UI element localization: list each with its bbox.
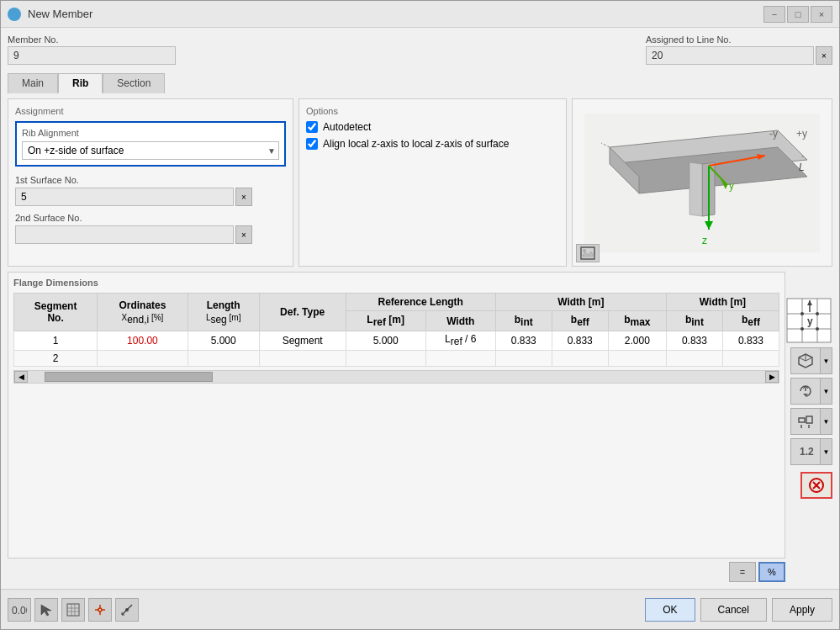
col-beff1: beff <box>552 311 608 331</box>
align-z-row: Align local z-axis to local z-axis of su… <box>306 138 559 150</box>
bottom-left-icons: 0.00 <box>8 598 139 622</box>
flange-table-container: SegmentNo. OrdinatesXend,i [%] LengthLse… <box>13 293 779 367</box>
coord-icon: 0.00 <box>12 604 27 616</box>
surface2-row: × <box>15 225 286 244</box>
align-z-checkbox[interactable] <box>306 138 318 150</box>
diagram-image-button[interactable] <box>576 244 600 262</box>
surface1-input[interactable] <box>15 188 234 206</box>
bottom-bar: 0.00 <box>1 589 839 629</box>
cell-beff1-2 <box>552 350 608 366</box>
cell-lref-2 <box>346 350 425 366</box>
flange-table: SegmentNo. OrdinatesXend,i [%] LengthLse… <box>13 293 779 367</box>
col-width-m: Width [m] <box>495 294 666 311</box>
view-label-dropdown-arrow[interactable]: ▼ <box>821 438 832 465</box>
tool-buttons-row: = % <box>8 562 785 582</box>
view-rotate-dropdown-arrow[interactable]: ▼ <box>821 378 832 405</box>
flange-section: Flange Dimensions SegmentNo. OrdinatesXe… <box>8 272 785 559</box>
scroll-thumb[interactable] <box>45 372 213 382</box>
snap-button[interactable] <box>88 598 112 622</box>
col-ref-length: Reference Length <box>346 294 495 311</box>
view-3d-button-group: ▼ <box>790 347 832 374</box>
assigned-label: Assigned to Line No. <box>646 34 832 45</box>
member-no-label: Member No. <box>8 34 176 45</box>
cell-bmax: 2.000 <box>608 331 666 350</box>
svg-text:+y: +y <box>796 128 807 140</box>
view-3d-button[interactable] <box>790 347 821 374</box>
pointer-button[interactable] <box>34 598 58 622</box>
svg-text:L: L <box>799 161 805 173</box>
tab-rib[interactable]: Rib <box>58 73 103 93</box>
rib-alignment-dropdown[interactable]: On +z-side of surface On -z-side of surf… <box>22 141 279 160</box>
view-3d-dropdown-arrow[interactable]: ▼ <box>821 347 832 374</box>
assigned-group: Assigned to Line No. × <box>646 34 832 65</box>
view-zoom-button[interactable] <box>790 408 821 435</box>
cell-seg-no: 1 <box>14 331 98 350</box>
title-bar: New Member − □ × <box>1 1 839 28</box>
svg-point-31 <box>816 312 819 315</box>
surface2-clear-button[interactable]: × <box>235 225 252 244</box>
view-label-button-group: 1.2.3 ▼ <box>790 438 832 465</box>
percent-button[interactable]: % <box>758 562 785 582</box>
tab-section[interactable]: Section <box>103 73 165 93</box>
coord-button[interactable]: 0.00 <box>8 598 31 622</box>
cell-bint2-2 <box>666 350 722 366</box>
reset-icon <box>806 475 827 495</box>
svg-rect-43 <box>806 416 812 423</box>
scroll-right-arrow[interactable]: ▶ <box>765 371 779 383</box>
surface1-label: 1st Surface No. <box>15 175 286 185</box>
assignment-panel: Assignment Rib Alignment On +z-side of s… <box>8 98 293 267</box>
col-def-type: Def. Type <box>259 294 346 331</box>
view-zoom-button-group: ▼ <box>790 408 832 435</box>
svg-point-32 <box>800 327 804 331</box>
window-icon <box>8 8 21 21</box>
tab-main[interactable]: Main <box>8 73 58 93</box>
cell-beff1: 0.833 <box>552 331 608 350</box>
member-no-input[interactable] <box>8 46 176 65</box>
right-controls-panel: y <box>790 272 832 582</box>
svg-marker-21 <box>581 251 594 257</box>
upper-panels: Assignment Rib Alignment On +z-side of s… <box>8 98 832 267</box>
cell-seg-no-2: 2 <box>14 350 98 366</box>
dialog-content: Member No. Assigned to Line No. × Main R… <box>1 28 839 589</box>
scroll-left-arrow[interactable]: ◀ <box>14 371 28 383</box>
view-rotate-button[interactable] <box>790 378 821 405</box>
rib-alignment-label: Rib Alignment <box>22 128 279 138</box>
svg-marker-5 <box>689 162 702 216</box>
table-row: 1 100.00 5.000 Segment 5.000 Lref / 6 0.… <box>14 331 779 350</box>
svg-marker-51 <box>41 605 51 616</box>
svg-text:0.00: 0.00 <box>12 605 27 616</box>
view-label-button[interactable]: 1.2.3 <box>790 438 821 465</box>
assigned-clear-button[interactable]: × <box>816 46 832 65</box>
measure-button[interactable] <box>115 598 139 622</box>
top-row: Member No. Assigned to Line No. × <box>8 34 832 65</box>
cell-bint1: 0.833 <box>495 331 552 350</box>
svg-rect-42 <box>799 418 805 422</box>
surface2-input[interactable] <box>15 225 234 244</box>
equals-button[interactable]: = <box>729 562 756 582</box>
grid-toggle-button[interactable] <box>61 598 85 622</box>
svg-text:y: y <box>807 315 813 327</box>
view-zoom-dropdown-arrow[interactable]: ▼ <box>821 408 832 435</box>
zoom-icon <box>797 413 814 430</box>
ok-button[interactable]: OK <box>645 598 695 622</box>
snap-icon <box>93 603 107 617</box>
cancel-button[interactable]: Cancel <box>700 598 767 622</box>
minimize-button[interactable]: − <box>763 6 785 23</box>
col-lref: Lref [m] <box>346 311 425 331</box>
autodetect-checkbox[interactable] <box>306 121 318 133</box>
horizontal-scrollbar[interactable]: ◀ ▶ <box>13 370 779 384</box>
apply-button[interactable]: Apply <box>772 598 832 622</box>
view-rotate-button-group: ▼ <box>790 378 832 405</box>
cell-ordinates-2 <box>98 350 188 366</box>
cell-length-2 <box>188 350 259 366</box>
assigned-input[interactable] <box>646 46 814 65</box>
close-button[interactable]: × <box>811 6 832 23</box>
autodetect-label: Autodetect <box>323 121 371 133</box>
maximize-button[interactable]: □ <box>787 6 809 23</box>
svg-text:-y: -y <box>769 128 778 140</box>
cell-beff2-2 <box>722 350 779 366</box>
cell-width-formula: Lref / 6 <box>425 331 495 350</box>
reset-button[interactable] <box>800 472 832 499</box>
svg-point-33 <box>816 327 819 331</box>
surface1-clear-button[interactable]: × <box>235 188 252 206</box>
